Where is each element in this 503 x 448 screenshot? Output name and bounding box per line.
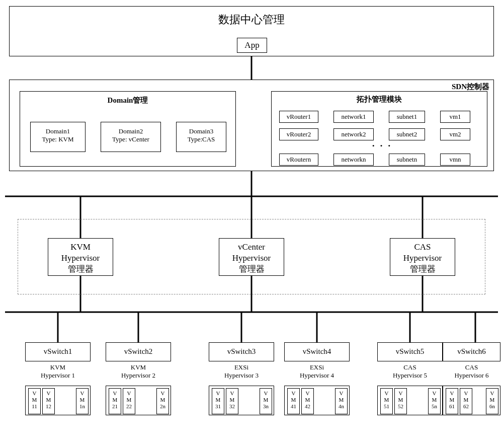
- network1-box: network1: [333, 111, 374, 123]
- hypervisor-label-box: CAS Hypervisor 6: [443, 361, 500, 386]
- kvm-sub: Hypervisor: [48, 253, 113, 264]
- domain-mgmt-box: Domain管理 Domain1 Type: KVM Domain2 Type:…: [20, 91, 236, 167]
- hv-line1: KVM: [25, 363, 91, 371]
- vrouter2-box: vRouter2: [279, 128, 318, 140]
- cas-hypervisor-box: CAS Hypervisor 管理器: [390, 238, 455, 276]
- vm-box: VM21: [109, 388, 121, 414]
- networkn-box: networkn: [333, 154, 374, 166]
- domain1-type: Type: KVM: [31, 135, 85, 143]
- vm-box: VM5n: [428, 388, 441, 414]
- cas-mgr: 管理器: [390, 264, 455, 275]
- vswitch-label: vSwitch3: [209, 347, 274, 357]
- vmn-box: vmn: [440, 154, 470, 166]
- topology-ellipsis: • • •: [372, 142, 392, 150]
- vm-box: VM6n: [486, 388, 498, 414]
- datacenter-title: 数据中心管理: [10, 13, 493, 27]
- vswitch-box-2: vSwitch2 KVM Hypervisor 2 VM21VM22VM2n: [106, 342, 171, 415]
- domain1-name: Domain1: [31, 127, 85, 135]
- subnet1-box: subnet1: [389, 111, 425, 123]
- domain-item-2: Domain2 Type: vCenter: [101, 122, 161, 152]
- vm-box: VM1n: [76, 388, 89, 414]
- vm-box: VM12: [42, 388, 55, 414]
- subnetn-box: subnetn: [389, 154, 425, 166]
- topology-title: 拓扑管理模块: [272, 95, 487, 105]
- vm-box: VM32: [226, 388, 238, 414]
- vm-box: VM11: [28, 388, 41, 414]
- hv-line2: Hypervisor 1: [25, 371, 91, 380]
- hv-line1: KVM: [106, 363, 171, 371]
- vm-box: VM51: [380, 388, 393, 414]
- vswitch-box-3: vSwitch3 EXSi Hypervisor 3 VM31VM32VM3n: [209, 342, 274, 415]
- kvm-name: KVM: [48, 242, 113, 253]
- vswitch-label: vSwitch4: [285, 347, 349, 357]
- vm-box: VM62: [460, 388, 472, 414]
- hv-line1: EXSi: [209, 363, 274, 371]
- vm-box: VM31: [212, 388, 224, 414]
- hv-line1: CAS: [377, 363, 443, 371]
- kvm-mgr: 管理器: [48, 264, 113, 275]
- vcenter-sub: Hypervisor: [219, 253, 284, 264]
- vswitch-box-1: vSwitch1 KVM Hypervisor 1 VM11VM12VM1n: [25, 342, 91, 415]
- hv-line2: Hypervisor 4: [284, 371, 350, 380]
- hv-line2: Hypervisor 6: [443, 371, 500, 380]
- hv-line1: CAS: [443, 363, 500, 371]
- subnet2-box: subnet2: [389, 128, 425, 140]
- vm-box: VM2n: [156, 388, 169, 414]
- domain-title: Domain管理: [20, 96, 235, 106]
- vm2-box: vm2: [440, 128, 470, 140]
- hv-line1: EXSi: [284, 363, 350, 371]
- domain-item-1: Domain1 Type: KVM: [30, 122, 86, 152]
- vswitch-label: vSwitch6: [443, 347, 500, 357]
- app-box: App: [237, 38, 267, 53]
- hv-line2: Hypervisor 2: [106, 371, 171, 380]
- vswitch-box-4: vSwitch4 EXSi Hypervisor 4 VM41VM42VM4n: [284, 342, 350, 415]
- vm-box: VM42: [301, 388, 314, 414]
- hypervisor-label-box: KVM Hypervisor 1: [25, 361, 91, 386]
- vcenter-mgr: 管理器: [219, 264, 284, 275]
- domain3-name: Domain3: [177, 127, 226, 135]
- hv-line2: Hypervisor 3: [209, 371, 274, 380]
- cas-name: CAS: [390, 242, 455, 253]
- vm1-box: vm1: [440, 111, 470, 123]
- hypervisor-label-box: EXSi Hypervisor 4: [284, 361, 350, 386]
- vswitch-box-5: vSwitch5 CAS Hypervisor 5 VM51VM52VM5n: [377, 342, 443, 415]
- hv-line2: Hypervisor 5: [377, 371, 443, 380]
- domain3-type: Type:CAS: [177, 135, 226, 143]
- topology-mgmt-box: 拓扑管理模块 vRouter1 network1 subnet1 vm1 vRo…: [271, 91, 487, 167]
- domain-item-3: Domain3 Type:CAS: [176, 122, 226, 152]
- vm-box: VM3n: [260, 388, 272, 414]
- kvm-hypervisor-box: KVM Hypervisor 管理器: [48, 238, 113, 276]
- vrouter1-box: vRouter1: [279, 111, 318, 123]
- vswitch-label: vSwitch5: [378, 347, 442, 357]
- hypervisor-label-box: EXSi Hypervisor 3: [209, 361, 274, 386]
- vcenter-hypervisor-box: vCenter Hypervisor 管理器: [219, 238, 284, 276]
- domain2-type: Type: vCenter: [101, 135, 160, 143]
- cas-sub: Hypervisor: [390, 253, 455, 264]
- vm-box: VM22: [123, 388, 135, 414]
- sdn-title: SDN控制器: [452, 82, 489, 92]
- vm-box: VM41: [287, 388, 300, 414]
- app-label: App: [244, 40, 259, 50]
- hypervisor-label-box: KVM Hypervisor 2: [106, 361, 171, 386]
- sdn-controller-box: SDN控制器 Domain管理 Domain1 Type: KVM Domain…: [9, 80, 494, 171]
- vm-box: VM52: [394, 388, 407, 414]
- hypervisor-label-box: CAS Hypervisor 5: [377, 361, 443, 386]
- vroutern-box: vRoutern: [279, 154, 318, 166]
- datacenter-mgmt-box: 数据中心管理 App: [9, 6, 494, 56]
- vswitch-box-6: vSwitch6 CAS Hypervisor 6 VM61VM62VM6n: [443, 342, 500, 415]
- domain2-name: Domain2: [101, 127, 160, 135]
- vswitch-label: vSwitch2: [106, 347, 171, 357]
- vm-box: VM61: [446, 388, 458, 414]
- vswitch-label: vSwitch1: [26, 347, 90, 357]
- vcenter-name: vCenter: [219, 242, 284, 253]
- network2-box: network2: [333, 128, 374, 140]
- vm-box: VM4n: [335, 388, 348, 414]
